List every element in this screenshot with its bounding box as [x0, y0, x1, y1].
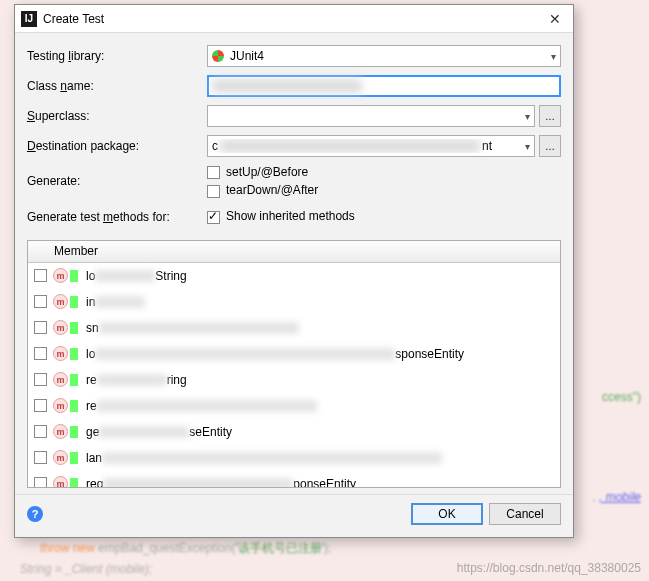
- superclass-label: Superclass:: [27, 109, 207, 123]
- member-name: inx: [86, 295, 145, 309]
- visibility-icon: [70, 452, 78, 464]
- teardown-label: tearDown/@After: [226, 183, 318, 197]
- help-icon[interactable]: ?: [27, 506, 43, 522]
- visibility-icon: [70, 400, 78, 412]
- member-checkbox[interactable]: [34, 269, 47, 282]
- show-inherited-checkbox[interactable]: [207, 211, 220, 224]
- visibility-icon: [70, 270, 78, 282]
- destination-select[interactable]: cxxxxxxxxxxxxxxxxxxxxxxxxxxnt ▾: [207, 135, 535, 157]
- member-name: rexring: [86, 373, 187, 387]
- table-row[interactable]: mrex: [28, 393, 560, 419]
- table-row[interactable]: minx: [28, 289, 560, 315]
- table-row[interactable]: msnx: [28, 315, 560, 341]
- chevron-down-icon: ▾: [525, 111, 530, 122]
- setup-label: setUp/@Before: [226, 165, 308, 179]
- member-checkbox[interactable]: [34, 425, 47, 438]
- window-title: Create Test: [43, 12, 543, 26]
- chevron-down-icon: ▾: [551, 51, 556, 62]
- testing-library-label: Testing library:: [27, 49, 207, 63]
- member-checkbox[interactable]: [34, 451, 47, 464]
- member-checkbox[interactable]: [34, 373, 47, 386]
- member-checkbox[interactable]: [34, 399, 47, 412]
- method-icon: m: [53, 450, 68, 465]
- method-icon: m: [53, 372, 68, 387]
- method-icon: m: [53, 294, 68, 309]
- close-icon[interactable]: ✕: [543, 7, 567, 31]
- junit-icon: [212, 50, 224, 62]
- member-name: rex: [86, 399, 317, 413]
- chevron-down-icon: ▾: [525, 141, 530, 152]
- method-icon: m: [53, 320, 68, 335]
- show-inherited-row[interactable]: Show inherited methods: [207, 209, 355, 223]
- method-icon: m: [53, 476, 68, 487]
- visibility-icon: [70, 348, 78, 360]
- class-name-label: Class name:: [27, 79, 207, 93]
- superclass-select[interactable]: ▾: [207, 105, 535, 127]
- members-table: Member mloxStringminxmsnxmloxsponseEntit…: [27, 240, 561, 488]
- destination-value: cxxxxxxxxxxxxxxxxxxxxxxxxxxnt: [212, 139, 492, 153]
- titlebar[interactable]: IJ Create Test ✕: [15, 5, 573, 33]
- method-icon: m: [53, 346, 68, 361]
- visibility-icon: [70, 374, 78, 386]
- member-checkbox[interactable]: [34, 477, 47, 487]
- testing-library-select[interactable]: JUnit4 ▾: [207, 45, 561, 67]
- method-icon: m: [53, 398, 68, 413]
- table-row[interactable]: mregxponseEntity: [28, 471, 560, 487]
- table-row[interactable]: mgexseEntity: [28, 419, 560, 445]
- table-row[interactable]: mloxsponseEntity: [28, 341, 560, 367]
- visibility-icon: [70, 322, 78, 334]
- member-column-header[interactable]: Member: [28, 241, 560, 263]
- table-row[interactable]: mlanx: [28, 445, 560, 471]
- gen-methods-label: Generate test methods for:: [27, 210, 207, 224]
- generate-label: Generate:: [27, 174, 207, 188]
- method-icon: m: [53, 424, 68, 439]
- table-row[interactable]: mrexring: [28, 367, 560, 393]
- superclass-browse-button[interactable]: …: [539, 105, 561, 127]
- cancel-button[interactable]: Cancel: [489, 503, 561, 525]
- member-name: lanx: [86, 451, 442, 465]
- setup-checkbox-row[interactable]: setUp/@Before: [207, 165, 318, 179]
- destination-label: Destination package:: [27, 139, 207, 153]
- destination-browse-button[interactable]: …: [539, 135, 561, 157]
- setup-checkbox[interactable]: [207, 166, 220, 179]
- teardown-checkbox-row[interactable]: tearDown/@After: [207, 183, 318, 197]
- teardown-checkbox[interactable]: [207, 185, 220, 198]
- member-name: snx: [86, 321, 299, 335]
- visibility-icon: [70, 296, 78, 308]
- method-icon: m: [53, 268, 68, 283]
- app-icon: IJ: [21, 11, 37, 27]
- visibility-icon: [70, 478, 78, 487]
- ok-button[interactable]: OK: [411, 503, 483, 525]
- watermark: https://blog.csdn.net/qq_38380025: [457, 561, 641, 575]
- show-inherited-label: Show inherited methods: [226, 209, 355, 223]
- class-name-input[interactable]: xxxxxxxxxxxxxxxxTests: [207, 75, 561, 97]
- member-name: regxponseEntity: [86, 477, 356, 487]
- member-checkbox[interactable]: [34, 295, 47, 308]
- table-row[interactable]: mloxString: [28, 263, 560, 289]
- member-name: gexseEntity: [86, 425, 232, 439]
- create-test-dialog: IJ Create Test ✕ Testing library: JUnit4…: [14, 4, 574, 538]
- member-name: loxString: [86, 269, 187, 283]
- member-name: loxsponseEntity: [86, 347, 464, 361]
- testing-library-value: JUnit4: [230, 49, 264, 63]
- member-checkbox[interactable]: [34, 321, 47, 334]
- visibility-icon: [70, 426, 78, 438]
- member-checkbox[interactable]: [34, 347, 47, 360]
